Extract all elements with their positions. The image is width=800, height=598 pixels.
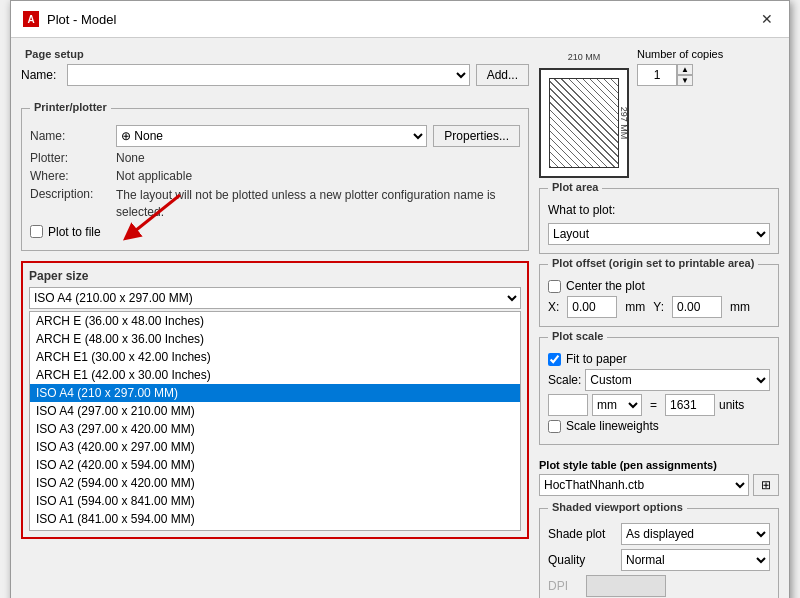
page-setup-name-select[interactable] <box>67 64 470 86</box>
close-button[interactable]: ✕ <box>757 9 777 29</box>
scale-units-input[interactable] <box>665 394 715 416</box>
dpi-input <box>586 575 666 597</box>
paper-list-item[interactable]: ISO A0 (841.00 x 1189.00 MM) <box>30 528 520 531</box>
what-to-plot-select[interactable]: Layout Extents Display View Window <box>548 223 770 245</box>
paper-list-item[interactable]: ISO A1 (841.00 x 594.00 MM) <box>30 510 520 528</box>
paper-preview: 297 MM <box>539 68 629 178</box>
plot-offset-section: Plot offset (origin set to printable are… <box>539 264 779 327</box>
printer-where-row: Where: Not applicable <box>30 169 520 183</box>
scale-value-row: mm inch = units <box>548 394 770 416</box>
paper-list-item[interactable]: ARCH E (36.00 x 48.00 Inches) <box>30 312 520 330</box>
scale-select[interactable]: Custom 1:1 1:2 <box>585 369 770 391</box>
copies-spinners: ▲ ▼ <box>677 64 693 86</box>
paper-size-list[interactable]: ARCH E (36.00 x 48.00 Inches) ARCH E (48… <box>29 311 521 531</box>
scale-inch-input[interactable] <box>548 394 588 416</box>
offset-xy-row: X: mm Y: mm <box>548 296 770 318</box>
mm-label2: mm <box>730 300 750 314</box>
page-setup-name-label: Name: <box>21 68 61 82</box>
shaded-viewport-label: Shaded viewport options <box>548 501 687 513</box>
printer-desc-row: Description: The layout will not be plot… <box>30 187 520 221</box>
paper-size-label: Paper size <box>29 269 521 283</box>
paper-list-item[interactable]: ISO A2 (594.00 x 420.00 MM) <box>30 474 520 492</box>
dim-width-label: 210 MM <box>568 52 601 62</box>
center-plot-row: Center the plot <box>548 279 770 293</box>
printer-name-label: Name: <box>30 129 110 143</box>
copies-down-button[interactable]: ▼ <box>677 75 693 86</box>
paper-list-item[interactable]: ISO A4 (297.00 x 210.00 MM) <box>30 402 520 420</box>
quality-label: Quality <box>548 553 613 567</box>
printer-desc-label: Description: <box>30 187 110 201</box>
quality-row: Quality Normal Preview Presentation Maxi… <box>548 549 770 571</box>
hatch-pattern <box>550 79 618 167</box>
scale-unit-select[interactable]: mm inch <box>592 394 642 416</box>
paper-list-item[interactable]: ARCH E1 (42.00 x 30.00 Inches) <box>30 366 520 384</box>
paper-list-item-selected[interactable]: ISO A4 (210 x 297.00 MM) <box>30 384 520 402</box>
what-to-plot-label: What to plot: <box>548 203 615 217</box>
page-setup-add-button[interactable]: Add... <box>476 64 529 86</box>
dpi-label: DPI <box>548 579 578 593</box>
units-label: units <box>719 398 744 412</box>
copies-column: Number of copies ▲ ▼ <box>637 48 779 86</box>
plot-scale-label: Plot scale <box>548 330 607 342</box>
printer-properties-button[interactable]: Properties... <box>433 125 520 147</box>
plot-style-select[interactable]: HocThatNhanh.ctb <box>539 474 749 496</box>
scale-lineweights-checkbox[interactable] <box>548 420 561 433</box>
paper-size-section: Paper size ISO A4 (210.00 x 297.00 MM)AR… <box>21 261 529 539</box>
left-panel: Page setup Name: Add... Printer/plotter … <box>21 48 529 598</box>
x-label: X: <box>548 300 559 314</box>
scale-select-row: Scale: Custom 1:1 1:2 <box>548 369 770 391</box>
preview-area: 210 MM 297 MM <box>539 52 629 178</box>
paper-list-item[interactable]: ISO A3 (297.00 x 420.00 MM) <box>30 420 520 438</box>
fit-to-paper-checkbox[interactable] <box>548 353 561 366</box>
scale-lineweights-label: Scale lineweights <box>566 419 659 433</box>
printer-name-row: Name: ⊕ None Properties... <box>30 125 520 147</box>
fit-to-paper-row: Fit to paper <box>548 352 770 366</box>
mm-label1: mm <box>625 300 645 314</box>
y-label: Y: <box>653 300 664 314</box>
paper-list-item[interactable]: ARCH E (48.00 x 36.00 Inches) <box>30 330 520 348</box>
plot-offset-label: Plot offset (origin set to printable are… <box>548 257 758 269</box>
plot-scale-section: Plot scale Fit to paper Scale: Custom 1:… <box>539 337 779 445</box>
printer-where-value: Not applicable <box>116 169 192 183</box>
paper-preview-inner <box>549 78 619 168</box>
page-setup-label: Page setup <box>21 48 529 60</box>
copies-input[interactable] <box>637 64 677 86</box>
printer-name-select[interactable]: ⊕ None <box>116 125 427 147</box>
center-plot-checkbox[interactable] <box>548 280 561 293</box>
fit-to-paper-label: Fit to paper <box>566 352 627 366</box>
plot-style-grid-button[interactable]: ⊞ <box>753 474 779 496</box>
paper-size-top-select[interactable]: ISO A4 (210.00 x 297.00 MM)ARCH E (36.00… <box>29 287 521 309</box>
plot-style-table-label: Plot style table (pen assignments) <box>539 459 779 471</box>
plot-to-file-label: Plot to file <box>48 225 101 239</box>
paper-list-item[interactable]: ARCH E1 (30.00 x 42.00 Inches) <box>30 348 520 366</box>
page-setup-section: Page setup Name: Add... <box>21 48 529 92</box>
copies-spinbox: ▲ ▼ <box>637 64 779 86</box>
printer-where-label: Where: <box>30 169 110 183</box>
paper-list-item[interactable]: ISO A3 (420.00 x 297.00 MM) <box>30 438 520 456</box>
right-panel: 210 MM 297 MM Number of copies <box>539 48 779 598</box>
copies-label: Number of copies <box>637 48 779 60</box>
page-setup-name-row: Name: Add... <box>21 64 529 86</box>
dialog-title: Plot - Model <box>47 12 116 27</box>
center-plot-label: Center the plot <box>566 279 645 293</box>
shade-plot-select[interactable]: As displayed Wireframe Hidden <box>621 523 770 545</box>
y-input[interactable] <box>672 296 722 318</box>
printer-section: Printer/plotter Name: ⊕ None Properties.… <box>21 108 529 251</box>
paper-list-item[interactable]: ISO A2 (420.00 x 594.00 MM) <box>30 456 520 474</box>
paper-list-item[interactable]: ISO A1 (594.00 x 841.00 MM) <box>30 492 520 510</box>
shaded-viewport-section: Shaded viewport options Shade plot As di… <box>539 508 779 598</box>
shade-plot-row: Shade plot As displayed Wireframe Hidden <box>548 523 770 545</box>
plot-to-file-checkbox[interactable] <box>30 225 43 238</box>
plot-style-table-section: Plot style table (pen assignments) HocTh… <box>539 459 779 496</box>
plot-area-section: Plot area What to plot: Layout Extents D… <box>539 188 779 254</box>
dialog-body: Page setup Name: Add... Printer/plotter … <box>11 38 789 598</box>
scale-label: Scale: <box>548 373 581 387</box>
plot-area-label: Plot area <box>548 181 602 193</box>
quality-select[interactable]: Normal Preview Presentation Maximum Cust… <box>621 549 770 571</box>
x-input[interactable] <box>567 296 617 318</box>
copies-up-button[interactable]: ▲ <box>677 64 693 75</box>
printer-plotter-value: None <box>116 151 145 165</box>
printer-section-label: Printer/plotter <box>30 101 111 113</box>
printer-plotter-label: Plotter: <box>30 151 110 165</box>
app-icon: A <box>23 11 39 27</box>
